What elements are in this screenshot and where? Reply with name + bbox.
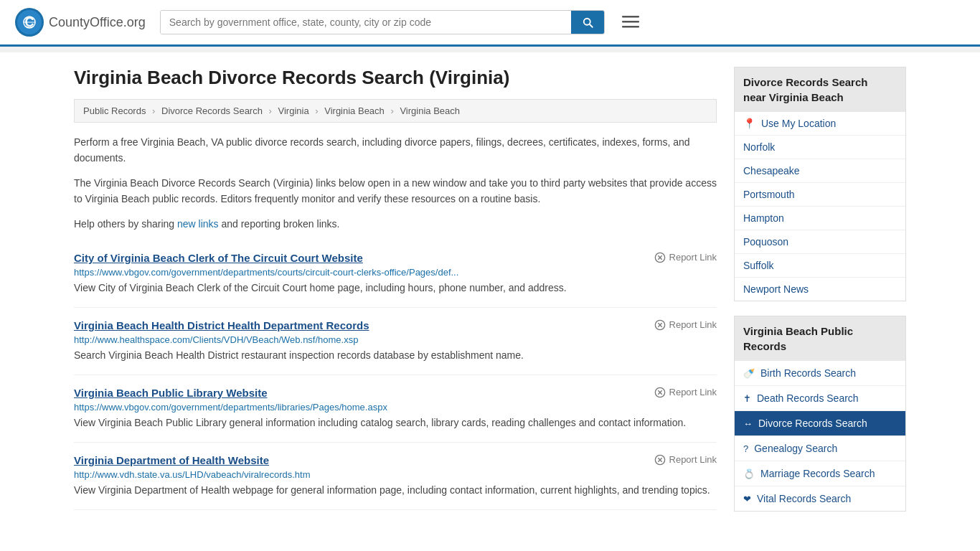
sidebar-city-suffolk[interactable]: Suffolk	[735, 254, 905, 278]
sidebar-city-chesapeake[interactable]: Chesapeake	[735, 159, 905, 183]
report-link-1[interactable]: Report Link	[654, 319, 717, 331]
result-url-0: https://www.vbgov.com/government/departm…	[74, 267, 717, 278]
sidebar-record-birth[interactable]: 🍼 Birth Records Search	[735, 361, 905, 386]
vital-records-label: Vital Records Search	[757, 493, 851, 504]
search-button[interactable]	[571, 11, 604, 34]
menu-button[interactable]	[619, 10, 642, 35]
svg-rect-6	[622, 21, 639, 23]
result-title-3[interactable]: Virginia Department of Health Website	[74, 454, 269, 466]
content-area: Virginia Beach Divorce Records Search (V…	[74, 67, 717, 512]
vital-icon: ❤	[743, 494, 751, 504]
location-icon: 📍	[743, 118, 755, 129]
result-item: Virginia Beach Public Library Website Re…	[74, 375, 717, 443]
report-link-0[interactable]: Report Link	[654, 252, 717, 263]
sidebar-city-poquoson[interactable]: Poquoson	[735, 230, 905, 254]
newport-news-label: Newport News	[743, 283, 809, 295]
description-2: The Virginia Beach Divorce Records Searc…	[74, 175, 717, 207]
svg-rect-7	[622, 26, 639, 28]
result-desc-0: View City of Virginia Beach Clerk of the…	[74, 281, 717, 296]
result-title-1[interactable]: Virginia Beach Health District Health De…	[74, 319, 369, 331]
poquoson-label: Poquoson	[743, 236, 788, 248]
breadcrumb-sep3: ›	[315, 105, 318, 116]
breadcrumb-virginia[interactable]: Virginia	[278, 105, 309, 116]
results-list: City of Virginia Beach Clerk of The Circ…	[74, 240, 717, 510]
search-bar	[160, 10, 605, 34]
logo[interactable]: C CountyOffice.org	[14, 7, 146, 37]
sidebar: Divorce Records Searchnear Virginia Beac…	[734, 67, 906, 512]
sidebar-nearby-title: Divorce Records Searchnear Virginia Beac…	[735, 67, 905, 112]
breadcrumb-divorce-records[interactable]: Divorce Records Search	[161, 105, 263, 116]
death-records-label: Death Records Search	[757, 392, 859, 404]
divorce-records-label: Divorce Records Search	[758, 418, 867, 429]
sidebar-city-hampton[interactable]: Hampton	[735, 207, 905, 230]
result-desc-1: Search Virginia Beach Health District re…	[74, 348, 717, 363]
birth-icon: 🍼	[743, 368, 755, 379]
birth-records-label: Birth Records Search	[760, 367, 856, 379]
search-input[interactable]	[161, 11, 571, 34]
page-title: Virginia Beach Divorce Records Search (V…	[74, 67, 717, 89]
breadcrumb-sep4: ›	[390, 105, 393, 116]
breadcrumb-virginia-beach1[interactable]: Virginia Beach	[324, 105, 385, 116]
genealogy-icon: ?	[743, 443, 748, 454]
sidebar-record-marriage[interactable]: 💍 Marriage Records Search	[735, 461, 905, 486]
result-url-2: https://www.vbgov.com/government/departm…	[74, 402, 717, 413]
genealogy-label: Genealogy Search	[754, 443, 837, 454]
portsmouth-label: Portsmouth	[743, 189, 795, 200]
use-my-location-label: Use My Location	[761, 118, 836, 129]
result-header-1: Virginia Beach Health District Health De…	[74, 319, 717, 331]
breadcrumb-sep1: ›	[152, 105, 155, 116]
result-header-3: Virginia Department of Health Website Re…	[74, 454, 717, 466]
hampton-label: Hampton	[743, 212, 784, 224]
description-3: Help others by sharing new links and rep…	[74, 216, 717, 232]
result-title-2[interactable]: Virginia Beach Public Library Website	[74, 387, 268, 399]
chesapeake-label: Chesapeake	[743, 165, 800, 176]
sidebar-nearby: Divorce Records Searchnear Virginia Beac…	[734, 67, 906, 301]
divorce-icon: ↔	[743, 418, 753, 429]
sidebar-public-records: Virginia Beach Public Records 🍼 Birth Re…	[734, 316, 906, 512]
svg-rect-5	[622, 16, 639, 18]
norfolk-label: Norfolk	[743, 141, 775, 153]
result-desc-3: View Virginia Department of Health webpa…	[74, 483, 717, 498]
marriage-icon: 💍	[743, 468, 755, 479]
death-icon: ✝	[743, 393, 751, 404]
new-links-link[interactable]: new links	[177, 218, 219, 230]
result-header-2: Virginia Beach Public Library Website Re…	[74, 387, 717, 399]
result-desc-2: View Virginia Beach Public Library gener…	[74, 415, 717, 430]
marriage-records-label: Marriage Records Search	[760, 468, 875, 479]
breadcrumb: Public Records › Divorce Records Search …	[74, 99, 717, 123]
breadcrumb-virginia-beach2[interactable]: Virginia Beach	[400, 105, 460, 116]
report-link-3[interactable]: Report Link	[654, 454, 717, 466]
top-bar	[0, 47, 980, 52]
sidebar-city-norfolk[interactable]: Norfolk	[735, 136, 905, 159]
result-header-0: City of Virginia Beach Clerk of The Circ…	[74, 252, 717, 264]
sidebar-record-genealogy[interactable]: ? Genealogy Search	[735, 436, 905, 461]
sidebar-public-records-title: Virginia Beach Public Records	[735, 316, 905, 361]
sidebar-city-newport-news[interactable]: Newport News	[735, 278, 905, 301]
breadcrumb-public-records[interactable]: Public Records	[83, 105, 146, 116]
sidebar-record-divorce[interactable]: ↔ Divorce Records Search	[735, 411, 905, 436]
suffolk-label: Suffolk	[743, 260, 774, 271]
sidebar-record-death[interactable]: ✝ Death Records Search	[735, 386, 905, 411]
report-link-2[interactable]: Report Link	[654, 387, 717, 398]
result-item: Virginia Department of Health Website Re…	[74, 443, 717, 510]
logo-text: CountyOffice.org	[49, 15, 146, 30]
sidebar-record-vital[interactable]: ❤ Vital Records Search	[735, 486, 905, 511]
result-title-0[interactable]: City of Virginia Beach Clerk of The Circ…	[74, 252, 363, 264]
use-my-location[interactable]: 📍 Use My Location	[735, 112, 905, 136]
description-1: Perform a free Virginia Beach, VA public…	[74, 134, 717, 166]
result-url-1: http://www.healthspace.com/Clients/VDH/V…	[74, 334, 717, 345]
result-url-3: http://www.vdh.state.va.us/LHD/vabeach/v…	[74, 469, 717, 480]
sidebar-city-portsmouth[interactable]: Portsmouth	[735, 183, 905, 207]
result-item: City of Virginia Beach Clerk of The Circ…	[74, 240, 717, 308]
breadcrumb-sep2: ›	[269, 105, 272, 116]
result-item: Virginia Beach Health District Health De…	[74, 308, 717, 375]
